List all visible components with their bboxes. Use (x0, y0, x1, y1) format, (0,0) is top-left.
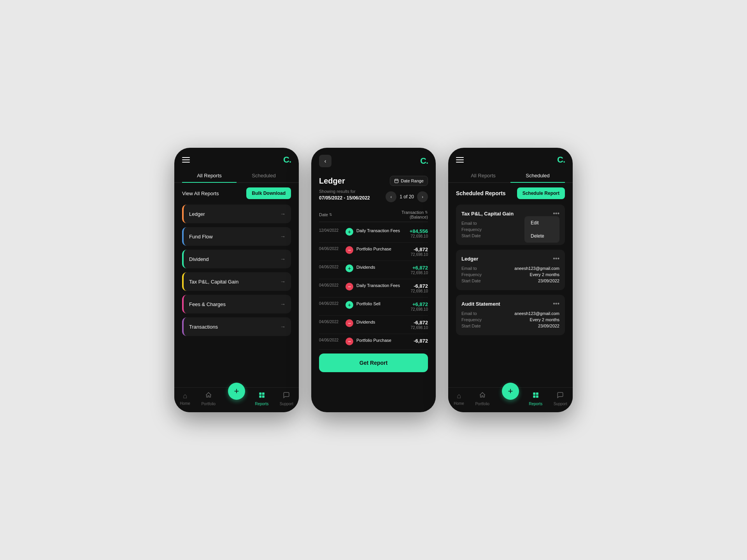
txn-name-4: Portfolio Sell (356, 301, 381, 306)
txn-name-2: Dividends (356, 265, 375, 270)
card-header-audit: Audit Statement ••• (461, 300, 559, 307)
nav-reports-1[interactable]: Reports (255, 392, 268, 406)
dropdown-edit[interactable]: Edit (524, 216, 559, 229)
sort-txn-icon[interactable]: ⇅ (425, 210, 428, 214)
bottom-nav-1: ⌂ Home Portfolio Reports Support (174, 387, 299, 412)
scheduled-header-row: Scheduled Reports Schedule Report (456, 187, 565, 199)
header-2: ‹ C. (311, 148, 436, 171)
txn-amount-5: -6,872 (411, 320, 428, 326)
reports-icon-3 (532, 392, 539, 401)
screen-scheduled: C. All Reports Scheduled Scheduled Repor… (448, 148, 573, 412)
txn-row-6: 04/06/2022 − Portfolio Purchase -6,872 (319, 334, 428, 350)
screen-ledger: ‹ C. Ledger Date Range Showing results f… (311, 148, 436, 412)
get-report-button[interactable]: Get Report (319, 354, 428, 372)
txn-balance-3: 72,698.10 (411, 289, 428, 293)
card-detail-freq-ledger: Frequency Every 2 months (461, 272, 559, 277)
svg-rect-11 (536, 396, 538, 398)
txn-row-2: 04/06/2022 + Dividends +6,872 72,698.10 (319, 261, 428, 279)
scheduled-card-audit: Audit Statement ••• Email to aneesh123@g… (456, 295, 565, 335)
txn-dot-3: − (345, 283, 353, 290)
txn-date-5: 04/06/2022 (319, 320, 342, 324)
calendar-icon (394, 178, 399, 183)
table-header: Date ⇅ Transaction ⇅ (Balance) (319, 206, 428, 222)
txn-date-6: 04/06/2022 (319, 338, 342, 342)
portfolio-icon-3 (479, 392, 486, 401)
txn-balance-4: 72,698.10 (411, 307, 428, 312)
fab-button-3[interactable]: + (502, 383, 519, 400)
report-item-transactions[interactable]: Transactions → (182, 317, 291, 336)
back-button[interactable]: ‹ (319, 155, 331, 167)
date-range-button[interactable]: Date Range (390, 176, 428, 186)
schedule-report-button[interactable]: Schedule Report (517, 187, 565, 199)
tab-all-reports-3[interactable]: All Reports (456, 169, 510, 182)
txn-name-5: Dividends (356, 320, 375, 324)
portfolio-icon-1 (205, 392, 212, 401)
scheduled-card-tax: Tax P&L, Capital Gain ••• Email to Frequ… (456, 205, 565, 245)
content-3: Scheduled Reports Schedule Report Tax P&… (448, 183, 573, 387)
report-item-fund-flow[interactable]: Fund Flow → (182, 227, 291, 246)
ledger-sub-row: Showing results for 07/05/2022 - 15/06/2… (319, 189, 428, 205)
hamburger-icon[interactable] (182, 157, 190, 163)
page-info: 1 of 20 (400, 194, 414, 200)
col-date: Date ⇅ (319, 210, 332, 219)
card-detail-date-ledger: Start Date 23/09/2022 (461, 278, 559, 283)
tabs-row-3: All Reports Scheduled (448, 169, 573, 183)
tab-scheduled-1[interactable]: Scheduled (237, 169, 291, 182)
txn-date-3: 04/06/2022 (319, 283, 342, 287)
txn-name-3: Daily Transaction Fees (356, 283, 400, 288)
tab-all-reports-1[interactable]: All Reports (182, 169, 237, 182)
txn-row-1: 04/06/2022 − Portfolio Purchase -6,872 7… (319, 243, 428, 261)
txn-amount-1: -6,872 (411, 247, 428, 252)
next-page-button[interactable]: › (417, 191, 428, 202)
svg-rect-0 (259, 392, 261, 395)
txn-name-0: Daily Transaction Fees (356, 228, 400, 233)
dropdown-delete[interactable]: Delete (524, 229, 559, 243)
card-detail-freq-audit: Frequency Every 2 months (461, 317, 559, 322)
txn-dot-2: + (345, 264, 353, 272)
arrow-icon-ledger: → (280, 211, 286, 217)
svg-rect-9 (536, 392, 538, 395)
showing-dates: 07/05/2022 - 15/06/2022 (319, 195, 370, 201)
report-item-fees[interactable]: Fees & Charges → (182, 295, 291, 313)
txn-name-6: Portfolio Purchase (356, 338, 391, 343)
txn-balance-2: 72,698.10 (411, 271, 428, 275)
more-button-audit[interactable]: ••• (553, 300, 559, 307)
prev-page-button[interactable]: ‹ (386, 191, 396, 202)
svg-rect-2 (259, 396, 261, 398)
nav-support-1[interactable]: Support (280, 392, 293, 406)
card-title-ledger: Ledger (461, 256, 478, 262)
txn-balance-0: 72,698.10 (410, 234, 428, 238)
bulk-download-button[interactable]: Bulk Download (246, 187, 291, 199)
txn-dot-6: − (345, 338, 353, 345)
svg-rect-1 (262, 392, 264, 395)
txn-date-1: 04/06/2022 (319, 247, 342, 251)
arrow-icon-dividend: → (280, 256, 286, 262)
report-item-tax[interactable]: Tax P&L, Capital Gain → (182, 272, 291, 291)
report-item-dividend[interactable]: Dividend → (182, 250, 291, 268)
dropdown-menu-tax: Edit Delete (524, 216, 559, 243)
nav-home-3[interactable]: ⌂ Home (454, 392, 464, 406)
nav-home-1[interactable]: ⌂ Home (180, 392, 190, 406)
sort-date-icon[interactable]: ⇅ (329, 213, 332, 217)
tab-scheduled-3[interactable]: Scheduled (510, 169, 565, 182)
fab-button-1[interactable]: + (228, 383, 245, 400)
showing-results-label: Showing results for (319, 189, 370, 194)
txn-balance-5: 72,698.10 (411, 326, 428, 330)
txn-dot-5: − (345, 319, 353, 327)
ledger-title: Ledger (319, 177, 345, 186)
nav-support-3[interactable]: Support (554, 392, 567, 406)
content-2: Ledger Date Range Showing results for 07… (311, 171, 436, 412)
hamburger-icon-3[interactable] (456, 157, 464, 163)
txn-row-0: 12/04/2022 + Daily Transaction Fees +84,… (319, 224, 428, 243)
nav-portfolio-1[interactable]: Portfolio (201, 392, 216, 406)
txn-name-1: Portfolio Purchase (356, 247, 391, 251)
txn-row-3: 04/06/2022 − Daily Transaction Fees -6,8… (319, 279, 428, 298)
nav-portfolio-3[interactable]: Portfolio (475, 392, 489, 406)
report-item-ledger[interactable]: Ledger → (182, 205, 291, 223)
view-all-row: View All Reports Bulk Download (182, 187, 291, 199)
nav-reports-3[interactable]: Reports (529, 392, 542, 406)
txn-amount-6: -6,872 (414, 338, 428, 344)
arrow-icon-fees: → (280, 301, 286, 307)
col-transaction: Transaction ⇅ (Balance) (402, 210, 428, 219)
more-button-ledger[interactable]: ••• (553, 255, 559, 262)
